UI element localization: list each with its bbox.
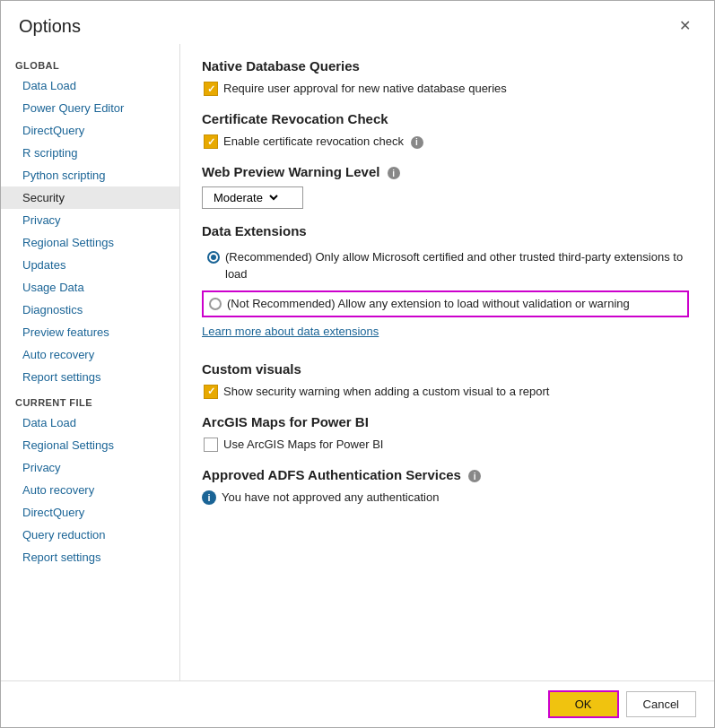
current-file-section-label: CURRENT FILE [1, 388, 179, 412]
sidebar-item-report-settings[interactable]: Report settings [1, 366, 179, 388]
dialog-footer: OK Cancel [1, 680, 714, 727]
native-db-queries-title: Native Database Queries [202, 58, 689, 74]
native-db-checkbox-row: Require user approval for new native dat… [202, 81, 689, 97]
native-db-checkbox[interactable] [204, 82, 218, 96]
custom-visuals-title: Custom visuals [202, 361, 689, 377]
sidebar-item-diagnostics[interactable]: Diagnostics [1, 299, 179, 321]
main-content: Native Database Queries Require user app… [180, 44, 714, 680]
sidebar-item-cf-report-settings[interactable]: Report settings [1, 546, 179, 568]
dialog-title: Options [19, 16, 81, 37]
data-extensions-notrecommended-row: (Not Recommended) Allow any extension to… [202, 290, 689, 317]
cancel-button[interactable]: Cancel [626, 691, 696, 717]
cert-revocation-checkbox-row: Enable certificate revocation check i [202, 134, 689, 150]
adfs-title: Approved ADFS Authentication Services i [202, 467, 689, 482]
sidebar-item-security[interactable]: Security [1, 186, 179, 209]
sidebar-item-auto-recovery[interactable]: Auto recovery [1, 343, 179, 366]
sidebar-item-directquery[interactable]: DirectQuery [1, 119, 179, 142]
data-extensions-title: Data Extensions [202, 223, 689, 238]
sidebar-item-python-scripting[interactable]: Python scripting [1, 164, 179, 186]
sidebar-item-cf-auto-recovery[interactable]: Auto recovery [1, 479, 179, 501]
web-preview-info-icon[interactable]: i [388, 167, 400, 179]
sidebar-item-cf-query-reduction[interactable]: Query reduction [1, 524, 179, 546]
learn-more-data-extensions-link[interactable]: Learn more about data extensions [202, 325, 379, 338]
custom-visuals-checkbox[interactable] [204, 385, 218, 399]
sidebar-item-privacy[interactable]: Privacy [1, 209, 179, 231]
cert-revocation-label: Enable certificate revocation check i [223, 134, 423, 150]
close-button[interactable]: ✕ [674, 15, 696, 37]
sidebar-item-usage-data[interactable]: Usage Data [1, 276, 179, 299]
web-preview-title: Web Preview Warning Level i [202, 164, 689, 179]
arcgis-title: ArcGIS Maps for Power BI [202, 414, 689, 429]
data-extensions-recommended-row: (Recommended) Only allow Microsoft certi… [202, 246, 689, 285]
adfs-info-row: i You have not approved any authenticati… [202, 490, 689, 506]
global-section-label: GLOBAL [1, 51, 179, 74]
sidebar-item-cf-directquery[interactable]: DirectQuery [1, 501, 179, 524]
sidebar-item-regional-settings[interactable]: Regional Settings [1, 231, 179, 254]
web-preview-select[interactable]: Moderate Low High [210, 190, 281, 205]
arcgis-checkbox[interactable] [204, 438, 218, 452]
data-extensions-recommended-label: (Recommended) Only allow Microsoft certi… [225, 249, 684, 282]
custom-visuals-label: Show security warning when adding a cust… [223, 384, 549, 400]
dialog-titlebar: Options ✕ [1, 1, 714, 44]
adfs-info-label: You have not approved any authentication [222, 490, 439, 506]
ok-button[interactable]: OK [548, 690, 619, 718]
cert-revocation-info-icon[interactable]: i [411, 136, 423, 149]
sidebar-item-updates[interactable]: Updates [1, 254, 179, 276]
data-extensions-radio-group: (Recommended) Only allow Microsoft certi… [202, 246, 689, 317]
arcgis-checkbox-row: Use ArcGIS Maps for Power BI [202, 437, 689, 453]
sidebar-item-r-scripting[interactable]: R scripting [1, 142, 179, 164]
cert-revocation-title: Certificate Revocation Check [202, 111, 689, 126]
adfs-info-circle: i [202, 490, 216, 505]
data-extensions-recommended-radio[interactable] [207, 251, 220, 264]
options-dialog: Options ✕ GLOBAL Data Load Power Query E… [0, 0, 715, 728]
data-extensions-notrecommended-radio[interactable] [209, 298, 222, 310]
custom-visuals-checkbox-row: Show security warning when adding a cust… [202, 384, 689, 400]
sidebar-item-cf-regional-settings[interactable]: Regional Settings [1, 434, 179, 456]
web-preview-dropdown-row: Moderate Low High [202, 186, 689, 209]
web-preview-dropdown[interactable]: Moderate Low High [202, 186, 303, 209]
sidebar-item-cf-privacy[interactable]: Privacy [1, 456, 179, 479]
cert-revocation-checkbox[interactable] [204, 134, 218, 149]
sidebar-item-preview-features[interactable]: Preview features [1, 321, 179, 343]
sidebar-item-cf-data-load[interactable]: Data Load [1, 412, 179, 434]
arcgis-label: Use ArcGIS Maps for Power BI [223, 437, 383, 453]
sidebar: GLOBAL Data Load Power Query Editor Dire… [1, 44, 180, 680]
adfs-info-icon[interactable]: i [468, 470, 481, 482]
sidebar-item-power-query-editor[interactable]: Power Query Editor [1, 97, 179, 119]
sidebar-item-data-load[interactable]: Data Load [1, 74, 179, 97]
dialog-body: GLOBAL Data Load Power Query Editor Dire… [1, 44, 714, 680]
data-extensions-notrecommended-label: (Not Recommended) Allow any extension to… [227, 296, 630, 312]
native-db-label: Require user approval for new native dat… [223, 81, 507, 97]
